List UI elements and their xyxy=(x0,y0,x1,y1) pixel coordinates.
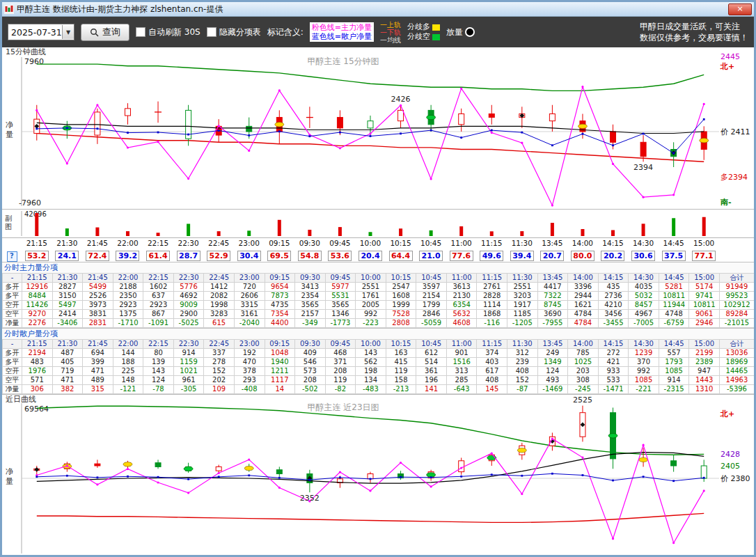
value-cell: 378 xyxy=(234,367,265,376)
value-cell: 1346 xyxy=(325,310,356,319)
value-cell: 12916 xyxy=(22,283,53,292)
value-cell: 2846 xyxy=(416,310,447,319)
value-cell: 278 xyxy=(204,358,235,367)
strength-cell: 24.1 xyxy=(52,247,83,262)
value-cell: 119 xyxy=(386,367,416,376)
strength-cell: 52.9 xyxy=(203,247,234,262)
value-cell: 5281 xyxy=(659,283,689,292)
notice-text: 甲醇日成交量活跃，可关注 数据仅供参考，交易要谨慎！ xyxy=(640,21,748,43)
y-max-label: 7960 xyxy=(24,57,44,66)
value-cell: 11944 xyxy=(659,301,689,310)
value-cell: 405 xyxy=(52,358,83,367)
value-cell: 145 xyxy=(477,385,507,394)
time-header: 14:45 xyxy=(659,340,689,349)
value-cell: 208 xyxy=(325,367,356,376)
close-button[interactable]: × xyxy=(728,3,752,15)
value-cell: 483 xyxy=(22,358,53,367)
time-header: 09:45 xyxy=(325,340,356,349)
toolbar: 2025-07-31 ▼ 查询 自动刷新 30S 隐藏分项表 标记含义: 粉色线… xyxy=(2,17,754,47)
chevron-down-icon[interactable]: ▼ xyxy=(62,25,74,39)
chart-title: 甲醇主连 近23日图 xyxy=(307,402,379,412)
time-header: 14:15 xyxy=(598,340,629,349)
value-cell: 3690 xyxy=(537,310,568,319)
strength-value: 21.0 xyxy=(419,251,443,261)
help-icon[interactable]: ? xyxy=(7,251,17,262)
legend-main-line: 粉色线=主力净量 xyxy=(312,23,372,32)
value-cell: 2547 xyxy=(386,283,416,292)
time-label: 22:15 xyxy=(143,238,173,248)
value-cell: 7528 xyxy=(386,310,416,319)
app-icon xyxy=(4,5,14,14)
value-cell: 152 xyxy=(204,367,235,376)
value-cell: 141 xyxy=(416,385,447,394)
section-label: 近日曲线 xyxy=(6,395,36,404)
value-cell: 5531 xyxy=(325,292,356,301)
row-label: 多开 xyxy=(3,283,22,292)
time-label: 13:45 xyxy=(537,238,568,248)
value-cell: 468 xyxy=(325,349,356,358)
value-cell: 10811 xyxy=(659,292,689,301)
value-cell: -21015 xyxy=(719,319,754,328)
value-cell: 2526 xyxy=(83,292,113,301)
row-label: 净量 xyxy=(3,319,22,328)
date-value: 2025-07-31 xyxy=(8,27,62,38)
value-cell: 9270 xyxy=(22,310,53,319)
strength-value: 77.1 xyxy=(692,251,716,261)
value-cell: -1710 xyxy=(113,319,143,328)
checkbox-box[interactable] xyxy=(136,27,145,37)
time-header: 21:30 xyxy=(52,340,83,349)
value-cell: -2315 xyxy=(659,385,689,394)
time-header: 14:15 xyxy=(598,274,629,283)
value-cell: 403 xyxy=(477,358,507,367)
strength-value: 61.4 xyxy=(146,251,170,261)
volume-label: 副 xyxy=(5,214,12,222)
value-cell: 1976 xyxy=(22,367,53,376)
table-row: 空平57147148914812496120229311172081191341… xyxy=(3,376,755,385)
strength-cell: 72.4 xyxy=(82,247,113,262)
value-cell: 5497 xyxy=(52,301,83,310)
time-header: 13:45 xyxy=(537,274,568,283)
value-cell: 3203 xyxy=(507,292,538,301)
legend-lower-track: 一下轨 xyxy=(380,29,401,36)
auto-refresh-label: 自动刷新 30S xyxy=(148,26,200,38)
value-cell: 99523 xyxy=(719,292,754,301)
time-label: 22:45 xyxy=(203,238,234,248)
time-label: 21:15 xyxy=(22,238,52,248)
value-cell: 2900 xyxy=(173,310,204,319)
value-cell: 315 xyxy=(83,385,113,394)
value-cell: 143 xyxy=(356,349,386,358)
table-row: 多开12916282754992188160257761412720965434… xyxy=(3,283,755,292)
value-cell: 694 xyxy=(83,349,113,358)
strength-value: 28.7 xyxy=(177,251,200,261)
yellow-swatch-icon xyxy=(432,24,440,31)
value-cell: 2551 xyxy=(507,283,538,292)
value-cell: 3413 xyxy=(295,283,326,292)
value-cell: 239 xyxy=(507,358,538,367)
value-cell: 2808 xyxy=(386,319,416,328)
strength-row: ?53.224.172.439.261.428.752.930.469.554.… xyxy=(2,247,754,262)
auto-refresh-checkbox[interactable]: 自动刷新 30S xyxy=(136,26,200,38)
query-button[interactable]: 查询 xyxy=(81,24,129,41)
value-cell: 1608 xyxy=(386,292,416,301)
value-cell: 374 xyxy=(477,349,507,358)
value-cell: 148 xyxy=(113,376,143,385)
row-label: 多开 xyxy=(3,349,22,358)
date-select[interactable]: 2025-07-31 ▼ xyxy=(8,24,74,40)
titlebar[interactable]: 甲醇主连 数据统计由-期货主力神探 zlshentan.cn-提供 × xyxy=(2,2,754,17)
hide-tables-checkbox[interactable]: 隐藏分项表 xyxy=(207,26,261,38)
time-header: 10:00 xyxy=(356,340,386,349)
value-cell: 249 xyxy=(537,349,568,358)
strength-cell: 61.4 xyxy=(143,247,173,262)
strength-value: 30.4 xyxy=(237,251,261,261)
value-cell: 785 xyxy=(568,349,599,358)
time-header: 22:15 xyxy=(143,274,174,283)
checkbox-box[interactable] xyxy=(207,27,216,37)
value-cell: 1602 xyxy=(143,283,174,292)
value-cell: 312 xyxy=(507,349,538,358)
hide-tables-label: 隐藏分项表 xyxy=(219,26,261,38)
value-cell: 1940 xyxy=(265,358,295,367)
time-header: 10:45 xyxy=(416,274,447,283)
value-cell: -3455 xyxy=(598,319,629,328)
value-cell: 139 xyxy=(143,358,174,367)
value-cell: 8457 xyxy=(629,301,659,310)
